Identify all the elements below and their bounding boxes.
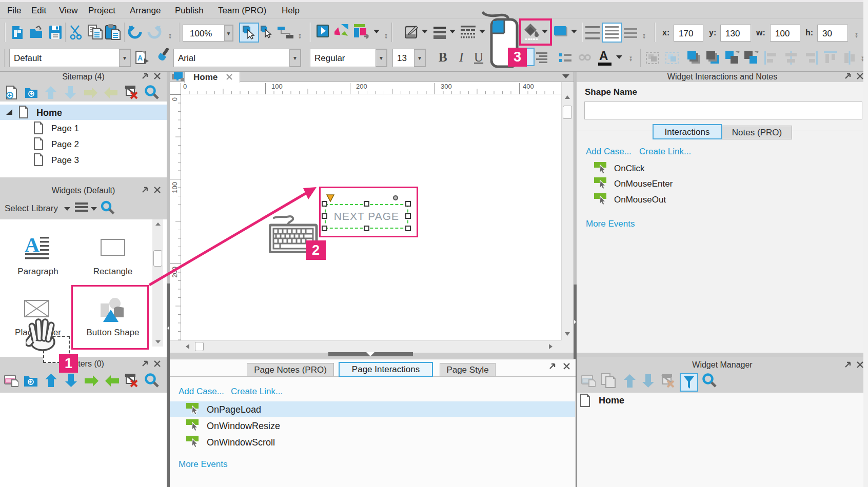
svg-text:300: 300 [441,83,452,90]
svg-text:400: 400 [523,83,534,90]
